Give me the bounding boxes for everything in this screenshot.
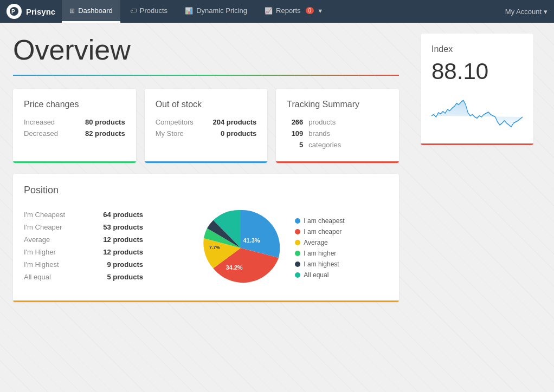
pie-legend: I am cheapest I am cheaper Average (295, 217, 344, 279)
account-chevron-icon: ▾ (544, 8, 547, 16)
nav-label-products: Products (140, 6, 168, 15)
price-decreased-label: Decreased (24, 129, 58, 138)
price-decreased-row: Decreased 82 products (24, 129, 125, 138)
overview-divider (13, 75, 399, 76)
oos-competitors-value: 204 products (212, 118, 256, 126)
position-allequal-value: 5 products (107, 273, 143, 281)
nav-item-products[interactable]: 🏷 Products (123, 0, 175, 23)
tracking-categories-label: categories (308, 141, 341, 149)
oos-mystore-label: My Store (156, 129, 184, 138)
oos-mystore-value: 0 products (221, 129, 256, 138)
legend-allequal: All equal (295, 271, 344, 279)
price-card-bottom-line (13, 161, 136, 163)
tracking-categories-row: 5 categories (287, 141, 388, 149)
price-increased-row: Increased 80 products (24, 118, 125, 126)
legend-allequal-label: All equal (304, 271, 328, 279)
legend-allequal-dot (295, 272, 300, 278)
legend-highest-label: I am highest (304, 260, 339, 268)
legend-average-label: Average (304, 239, 327, 246)
cards-row: Price changes Increased 80 products Decr… (13, 89, 399, 163)
tracking-brands-num: 109 (287, 129, 303, 138)
account-menu[interactable]: My Account ▾ (505, 8, 547, 16)
legend-cheaper-dot (295, 229, 300, 234)
tracking-brands-label: brands (308, 129, 330, 138)
price-decreased-value: 82 products (85, 129, 125, 138)
position-cheapest-value: 64 products (103, 211, 143, 219)
position-list: I'm Cheapest 64 products I'm Cheaper 53 … (24, 211, 143, 285)
legend-highest: I am highest (295, 260, 344, 268)
legend-cheapest: I am cheapest (295, 217, 344, 225)
dashboard-icon: ⊞ (69, 7, 75, 15)
position-card: Position I'm Cheapest 64 products I'm Ch… (13, 174, 399, 302)
legend-higher-dot (295, 251, 300, 256)
svg-text:P: P (11, 9, 15, 15)
price-changes-card: Price changes Increased 80 products Decr… (13, 89, 136, 163)
legend-cheaper-label: I am cheaper (304, 228, 342, 236)
index-title: Index (431, 44, 523, 54)
nav-item-reports[interactable]: 📈 Reports 0 ▼ (257, 0, 331, 23)
position-higher-value: 12 products (103, 248, 143, 256)
index-bottom-line (421, 143, 533, 145)
nav-label-dynamic-pricing: Dynamic Pricing (196, 6, 247, 15)
legend-cheapest-label: I am cheapest (304, 217, 344, 225)
oos-card-bottom-line (145, 161, 268, 163)
content-area: Overview Price changes Increased 80 prod… (0, 23, 412, 392)
nav-label-reports: Reports (276, 6, 301, 15)
legend-cheaper: I am cheaper (295, 228, 344, 236)
tracking-summary-card: Tracking Summary 266 products 109 brands… (276, 89, 399, 163)
legend-average: Average (295, 239, 344, 246)
position-average-label: Average (24, 236, 50, 244)
index-value: 88.10 (431, 58, 523, 84)
reports-badge: 0 (306, 7, 314, 14)
tracking-card-bottom-line (276, 161, 399, 163)
tracking-products-num: 266 (287, 118, 303, 126)
position-cheaper-row: I'm Cheaper 53 products (24, 223, 143, 231)
legend-higher-label: I am higher (304, 250, 336, 257)
brand-name: Prisync (26, 7, 55, 16)
tracking-products-row: 266 products (287, 118, 388, 126)
position-title: Position (24, 185, 388, 196)
oos-competitors-row: Competitors 204 products (156, 118, 257, 126)
svg-text:7.7%: 7.7% (209, 245, 221, 250)
tracking-brands-row: 109 brands (287, 129, 388, 138)
navbar: P Prisync ⊞ Dashboard 🏷 Products 📊 Dynam… (0, 0, 554, 23)
pie-chart-wrapper: 41.3% 34.2% 7.7% I am cheapest I am chea… (154, 205, 388, 291)
index-card: Index 88.10 (421, 34, 533, 145)
oos-mystore-row: My Store 0 products (156, 129, 257, 138)
oos-competitors-label: Competitors (156, 118, 194, 126)
position-higher-label: I'm Higher (24, 248, 56, 256)
position-content: I'm Cheapest 64 products I'm Cheaper 53 … (24, 205, 388, 291)
dynamic-pricing-icon: 📊 (185, 7, 193, 15)
position-allequal-label: All equal (24, 273, 51, 281)
nav-label-dashboard: Dashboard (78, 6, 113, 15)
svg-text:34.2%: 34.2% (226, 264, 243, 271)
tracking-title: Tracking Summary (287, 100, 388, 109)
reports-dropdown-icon[interactable]: ▼ (317, 8, 323, 14)
position-highest-label: I'm Highest (24, 260, 59, 269)
price-changes-title: Price changes (24, 100, 125, 109)
index-sparkline (431, 91, 523, 134)
position-cheaper-label: I'm Cheaper (24, 223, 62, 231)
position-cheapest-label: I'm Cheapest (24, 211, 65, 219)
out-of-stock-title: Out of stock (156, 100, 257, 109)
brand-logo[interactable]: P Prisync (7, 4, 55, 19)
pie-chart: 41.3% 34.2% 7.7% (197, 205, 284, 291)
reports-icon: 📈 (265, 7, 273, 15)
position-cheapest-row: I'm Cheapest 64 products (24, 211, 143, 219)
nav-item-dynamic-pricing[interactable]: 📊 Dynamic Pricing (177, 0, 255, 23)
position-highest-value: 9 products (107, 260, 143, 269)
price-increased-value: 80 products (85, 118, 125, 126)
position-higher-row: I'm Higher 12 products (24, 248, 143, 256)
legend-higher: I am higher (295, 250, 344, 257)
position-card-bottom-line (13, 300, 399, 302)
price-increased-label: Increased (24, 118, 55, 126)
brand-icon: P (7, 4, 22, 19)
position-average-value: 12 products (103, 236, 143, 244)
legend-cheapest-dot (295, 218, 300, 224)
nav-item-dashboard[interactable]: ⊞ Dashboard (62, 0, 120, 23)
tracking-categories-num: 5 (287, 141, 303, 149)
main-area: Overview Price changes Increased 80 prod… (0, 23, 554, 392)
tracking-products-label: products (308, 118, 336, 126)
products-icon: 🏷 (130, 7, 137, 15)
legend-average-dot (295, 240, 300, 245)
